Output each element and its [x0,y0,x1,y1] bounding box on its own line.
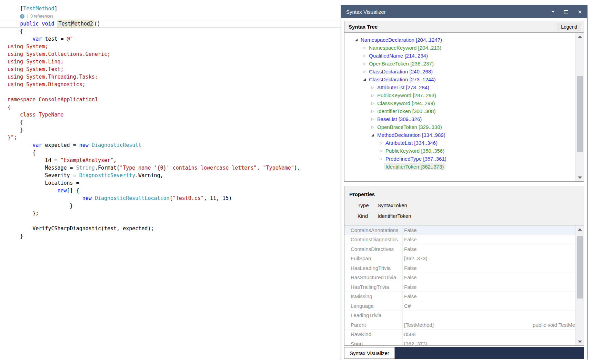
properties-scrollbar[interactable] [575,225,584,345]
property-row[interactable]: HasStructuredTriviaFalse [344,273,584,283]
close-icon[interactable]: ✕ [578,9,582,14]
expander-collapsed-icon[interactable]: ▷ [378,140,384,146]
tree-item[interactable]: ▷NamespaceKeyword [204..213) [362,44,584,52]
code-line[interactable]: } [0,126,341,134]
tree-item[interactable]: ▷PublicKeyword [287..293) [370,91,584,99]
expander-collapsed-icon[interactable]: ▷ [370,85,375,90]
code-line[interactable]: VerifyCSharpDiagnostic(test, expected); [0,225,341,232]
tree-item[interactable]: ▷BaseList [309..326) [370,115,584,123]
tree-item[interactable]: ▷PredefinedType [357..361) [378,155,584,163]
tree-item-label[interactable]: NamespaceKeyword [204..213) [367,44,443,51]
code-line[interactable]: }"; [0,134,341,141]
property-row[interactable]: LanguageC# [344,301,584,311]
expander-collapsed-icon[interactable]: ▷ [362,53,367,59]
tree-item[interactable]: ▷PublicKeyword [350..356) [378,147,584,155]
legend-button[interactable]: Legend [557,23,581,31]
tree-item[interactable]: ClassDeclaration [273..1244) [362,75,584,83]
expander-collapsed-icon[interactable]: ▷ [370,117,375,122]
code-line[interactable]: var test = @" [0,35,341,43]
expander-expanded-icon[interactable] [353,37,359,43]
code-line[interactable]: class TypeName [0,111,341,119]
code-line[interactable]: using System.Threading.Tasks; [0,73,341,81]
tree-item-label[interactable]: ClassDeclaration [240..268) [367,68,434,75]
tab-syntax-visualizer[interactable]: Syntax Visualizer [344,347,395,359]
tree-item[interactable]: MethodDeclaration [334..989) [370,131,584,139]
blank-line[interactable] [0,88,341,96]
code-line[interactable]: }; [0,210,341,217]
tree-item-label[interactable]: IdentifierToken [362..373) [384,163,445,170]
expander-collapsed-icon[interactable]: ▷ [378,156,384,162]
tree-item-label[interactable]: OpenBraceToken [329..330) [375,123,444,131]
tree-item-label[interactable]: PredefinedType [357..361) [384,155,448,162]
code-line[interactable]: Locations = [0,179,341,187]
test-status-icon[interactable]: ! [20,14,24,19]
tree-item-label[interactable]: BaseList [309..326) [375,115,423,123]
code-line[interactable]: public void TestMethod2() [0,20,341,28]
property-row[interactable]: HasLeadingTriviaFalse [344,263,584,273]
code-editor[interactable]: [TestMethod]!|0 references public void T… [0,5,341,240]
code-line[interactable]: { [0,103,341,111]
scroll-down-icon[interactable] [576,175,584,180]
code-line[interactable]: [TestMethod] [0,5,341,12]
expander-collapsed-icon[interactable]: ▷ [362,61,367,67]
code-line[interactable]: { [0,149,341,156]
tree-item-label[interactable]: QualifiedName [214..234) [367,52,430,59]
code-line[interactable]: using System.Collections.Generic; [0,50,341,58]
maximize-icon[interactable] [564,10,568,13]
expander-collapsed-icon[interactable]: ▷ [370,93,375,98]
tree-item-label[interactable]: NamespaceDeclaration [204..1247) [359,36,444,43]
tree-item[interactable]: ▷ClassDeclaration [240..268) [362,68,584,75]
tree-item-label[interactable]: AttributeList [334..346) [384,139,439,146]
codelens-line[interactable]: !|0 references [0,12,341,20]
property-row[interactable]: RawKind8508 [344,330,584,340]
properties-scrollbar-thumb[interactable] [577,236,583,299]
chevron-down-icon[interactable] [551,11,555,13]
code-line[interactable]: Severity = DiagnosticSeverity.Warning, [0,172,341,179]
code-line[interactable]: Id = "ExampleAnalyser", [0,156,341,164]
tree-item-label[interactable]: ClassKeyword [294..299) [375,100,437,107]
tree-item-label[interactable]: IdentifierToken [300..308) [375,108,437,115]
blank-line[interactable] [0,217,341,225]
tree-item-label[interactable]: AttributeList [273..284) [375,84,431,91]
scroll-down-icon[interactable] [576,339,584,344]
expander-collapsed-icon[interactable]: ▷ [370,101,375,106]
tree-scrollbar[interactable] [575,33,584,181]
tree-item[interactable]: IdentifierToken [362..373) [378,163,584,171]
expander-expanded-icon[interactable] [370,132,375,138]
tree-scrollbar-thumb[interactable] [577,76,583,152]
tree-item[interactable]: ▷IdentifierToken [300..308) [370,107,584,115]
property-row[interactable]: HasTrailingTriviaFalse [344,282,584,292]
tree-item-label[interactable]: MethodDeclaration [334..989) [375,131,447,139]
expander-collapsed-icon[interactable]: ▷ [362,69,367,74]
tree-item-label[interactable]: PublicKeyword [287..293) [375,92,438,99]
property-row[interactable]: ContainsDirectivesFalse [344,244,584,254]
code-line[interactable]: { [0,28,341,35]
expander-collapsed-icon[interactable]: ▷ [370,109,375,114]
codelens-references-link[interactable]: 0 references [30,12,53,20]
tree-item[interactable]: NamespaceDeclaration [204..1247) [353,36,584,44]
code-line[interactable]: { [0,119,341,126]
tree-item[interactable]: ▷OpenBraceToken [236..237) [362,60,584,68]
syntax-visualizer-titlebar[interactable]: Syntax Visualizer ✕ [341,6,587,18]
scroll-up-icon[interactable] [576,34,584,39]
expander-collapsed-icon[interactable]: ▷ [370,124,375,130]
expander-collapsed-icon[interactable]: ▷ [362,45,367,51]
tree-item[interactable]: ▷ClassKeyword [294..299) [370,99,584,107]
expander-collapsed-icon[interactable]: ▷ [378,148,384,154]
code-line[interactable]: namespace ConsoleApplication1 [0,96,341,103]
property-row[interactable]: LeadingTrivia [344,311,584,321]
code-line[interactable]: using System; [0,43,341,50]
code-line[interactable]: using System.Text; [0,65,341,73]
scroll-up-icon[interactable] [576,226,584,232]
property-row[interactable]: Parent[TestMethod]public void TestMe [344,320,584,330]
code-line[interactable]: new DiagnosticResultLocation("Test0.cs",… [0,194,341,202]
property-row[interactable]: IsMissingFalse [344,292,584,302]
property-row[interactable]: ContainsDiagnosticsFalse [344,235,584,245]
tree-item[interactable]: ▷OpenBraceToken [329..330) [370,123,584,131]
code-line[interactable]: Message = String.Format("Type name '{0}'… [0,164,341,172]
code-line[interactable]: } [0,202,341,210]
property-row[interactable]: ContainsAnnotationsFalse [344,225,584,235]
tree-item[interactable]: ▷AttributeList [273..284) [370,83,584,91]
code-line[interactable]: new[] { [0,187,341,194]
expander-expanded-icon[interactable] [362,77,367,82]
